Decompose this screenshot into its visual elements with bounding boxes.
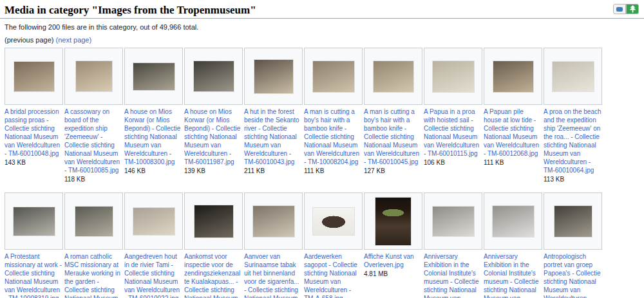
slideshow-button[interactable] xyxy=(613,4,626,14)
gallery-item: Affiche Kunst van Overleven.jpg 4.81 MB xyxy=(364,192,422,278)
file-caption: Anniversary Exhibition in the Colonial I… xyxy=(484,252,542,298)
thumbnail-link[interactable] xyxy=(424,192,482,250)
file-caption: Affiche Kunst van Overleven.jpg xyxy=(364,252,422,269)
thumbnail-image xyxy=(493,61,533,92)
file-caption: A proa on the beach and the expedition s… xyxy=(544,107,602,174)
file-size: 113 KB xyxy=(544,175,602,183)
file-link[interactable]: Affiche Kunst van Overleven.jpg xyxy=(364,252,422,269)
thumbnail-link[interactable] xyxy=(424,48,482,105)
file-link[interactable]: A man is cutting a boy's hair with a bam… xyxy=(304,107,363,166)
file-caption: A house on Mios Korwar (or Mios Bepondi)… xyxy=(184,107,243,166)
file-link[interactable]: A Papua in a proa with hoisted sail - Co… xyxy=(424,107,482,158)
next-page-link[interactable]: (next page) xyxy=(56,36,92,44)
file-size: 146 KB xyxy=(124,167,183,175)
thumbnail-link[interactable] xyxy=(484,48,542,105)
page-title: Media in category "Images from the Trope… xyxy=(0,3,644,18)
file-caption: A Papuan pile house at low tide - Collec… xyxy=(484,107,542,158)
thumbnail-link[interactable] xyxy=(364,48,422,105)
file-caption: Anniversary Exhibition in the Colonial I… xyxy=(424,252,482,298)
thumbnail-link[interactable] xyxy=(244,48,303,105)
thumbnail-link[interactable] xyxy=(124,192,183,250)
thumbnail-link[interactable] xyxy=(124,48,183,105)
previous-page-label: (previous page) xyxy=(5,36,53,44)
file-caption: A man is cutting a boy's hair with a bam… xyxy=(304,107,363,166)
file-size: 111 KB xyxy=(484,158,542,167)
thumbnail-image xyxy=(133,63,175,90)
file-link[interactable]: A Protestant missionary at work - Collec… xyxy=(5,252,63,298)
file-size: 4.81 MB xyxy=(364,270,422,278)
gallery-item: A man is cutting a boy's hair with a bam… xyxy=(304,48,363,175)
thumbnail-link[interactable] xyxy=(5,48,63,105)
thumbnail-link[interactable] xyxy=(244,192,303,250)
thumbnail-image xyxy=(253,206,294,237)
thumbnail-link[interactable] xyxy=(64,192,123,250)
gallery-item: A bridal procession passing proas - Coll… xyxy=(5,48,63,167)
gallery-item: A Papuan pile house at low tide - Collec… xyxy=(484,48,542,167)
file-link[interactable]: Anniversary Exhibition in the Colonial I… xyxy=(424,252,482,298)
thumbnail-link[interactable] xyxy=(304,48,363,105)
file-link[interactable]: A roman catholic MSC missionary at Merau… xyxy=(64,252,123,298)
file-link[interactable]: Aangedreven hout in de rivier Tami - Col… xyxy=(124,252,183,298)
file-caption: Antropologisch portret van groep Papoea'… xyxy=(544,252,602,298)
file-link[interactable]: Aardewerken sagopot - Collectie stichtin… xyxy=(304,252,363,298)
thumbnail-link[interactable] xyxy=(544,48,602,105)
file-caption: A house on Mios Korwar (or Mios Bepondi)… xyxy=(124,107,183,166)
file-caption: Aanvoer van Surinaamse tabak uit het bin… xyxy=(244,252,303,298)
file-caption: A man is cutting a boy's hair with a bam… xyxy=(364,107,422,166)
thumbnail-image xyxy=(194,61,234,91)
thumbnail-image xyxy=(14,207,55,236)
file-size: 111 KB xyxy=(304,167,363,175)
fastcci-good-pictures-button[interactable] xyxy=(626,4,639,14)
file-link[interactable]: A bridal procession passing proas - Coll… xyxy=(5,107,63,158)
thumbnail-link[interactable] xyxy=(304,192,363,250)
gallery-item: Anniversary Exhibition in the Colonial I… xyxy=(424,192,482,298)
file-size: 143 KB xyxy=(5,158,63,167)
thumbnail-image xyxy=(554,206,592,237)
file-link[interactable]: A proa on the beach and the expedition s… xyxy=(544,107,602,174)
file-link[interactable]: A Papuan pile house at low tide - Collec… xyxy=(484,107,542,158)
gallery-item: A proa on the beach and the expedition s… xyxy=(544,48,602,183)
thumbnail-image xyxy=(194,205,233,237)
file-size: 106 KB xyxy=(424,158,482,167)
gallery-item: A man is cutting a boy's hair with a bam… xyxy=(364,48,422,175)
gallery-item: A roman catholic MSC missionary at Merau… xyxy=(64,192,123,298)
gallery-item: Aangedreven hout in de rivier Tami - Col… xyxy=(124,192,183,298)
gallery-item: A house on Mios Korwar (or Mios Bepondi)… xyxy=(124,48,183,175)
thumbnail-link[interactable] xyxy=(184,192,243,250)
file-link[interactable]: A house on Mios Korwar (or Mios Bepondi)… xyxy=(184,107,243,166)
thumbnail-image xyxy=(375,198,411,245)
gallery-row: A bridal procession passing proas - Coll… xyxy=(5,48,644,183)
file-link[interactable]: Aanvoer van Surinaamse tabak uit het bin… xyxy=(244,252,303,298)
thumbnail-image xyxy=(75,207,113,236)
thumbnail-image xyxy=(493,206,534,237)
thumbnail-link[interactable] xyxy=(544,192,602,250)
thumbnail-image xyxy=(433,207,474,236)
gallery-item: Aardewerken sagopot - Collectie stichtin… xyxy=(304,192,363,298)
thumbnail-link[interactable] xyxy=(484,192,542,250)
file-link[interactable]: A cassowary on board of the expedition s… xyxy=(64,107,123,174)
pagination: (previous page) (next page) xyxy=(5,36,644,44)
thumbnail-link[interactable] xyxy=(5,192,63,250)
file-caption: Aardewerken sagopot - Collectie stichtin… xyxy=(304,252,363,298)
file-size: 211 KB xyxy=(244,167,303,175)
file-size: 118 KB xyxy=(64,175,123,183)
file-link[interactable]: Aankomst voor inspectie voor de zendings… xyxy=(184,252,243,298)
gallery-item: A Papua in a proa with hoisted sail - Co… xyxy=(424,48,482,167)
file-caption: A hut in the forest beside the Sekanto r… xyxy=(244,107,303,166)
file-link[interactable]: Antropologisch portret van groep Papoea'… xyxy=(544,252,602,298)
thumbnail-link[interactable] xyxy=(364,192,422,250)
gallery-item: Aanvoer van Surinaamse tabak uit het bin… xyxy=(244,192,303,298)
category-page: Media in category "Images from the Trope… xyxy=(0,3,644,298)
gallery-item: A Protestant missionary at work - Collec… xyxy=(5,192,63,298)
thumbnail-image xyxy=(553,62,594,91)
thumbnail-link[interactable] xyxy=(64,48,123,105)
thumbnail-link[interactable] xyxy=(184,48,243,105)
file-link[interactable]: A man is cutting a boy's hair with a bam… xyxy=(364,107,422,166)
gallery-item: A cassowary on board of the expedition s… xyxy=(64,48,123,183)
thumbnail-image xyxy=(313,61,354,92)
file-link[interactable]: A hut in the forest beside the Sekanto r… xyxy=(244,107,303,166)
file-link[interactable]: A house on Mios Korwar (or Mios Bepondi)… xyxy=(124,107,183,166)
file-link[interactable]: Anniversary Exhibition in the Colonial I… xyxy=(484,252,542,298)
file-caption: A Protestant missionary at work - Collec… xyxy=(5,252,63,298)
gallery-item: Aankomst voor inspectie voor de zendings… xyxy=(184,192,243,298)
